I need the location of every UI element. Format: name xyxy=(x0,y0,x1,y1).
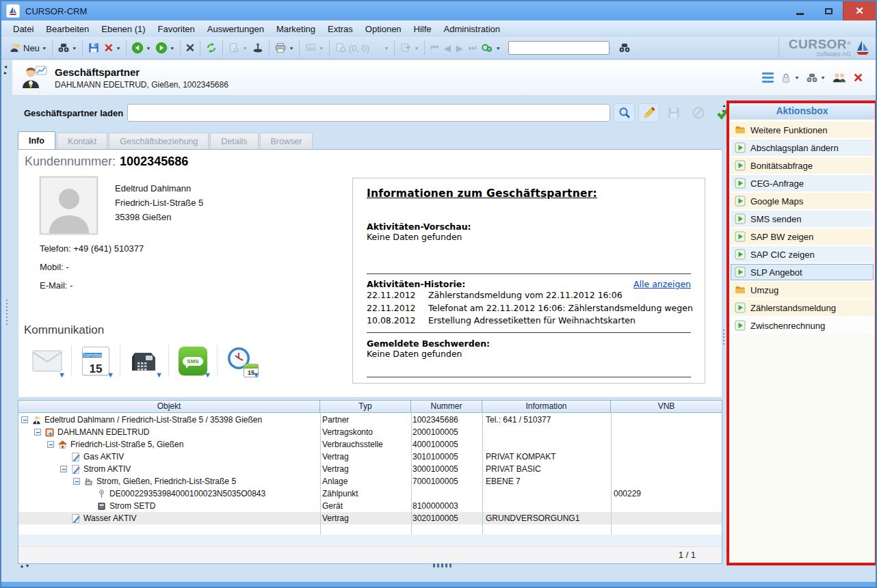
new-appointment-button[interactable]: Samstag 15 ▼ xyxy=(76,343,116,379)
table-row[interactable]: Gas AKTIV Vertrag 3010100005 PRIVAT KOMP… xyxy=(18,451,722,463)
save-record-button[interactable] xyxy=(663,103,684,122)
nav-prev-button[interactable]: ◀ xyxy=(444,43,451,53)
aktionsbox-item-sap-cic-zeigen[interactable]: SAP CIC zeigen xyxy=(731,246,874,263)
chevron-down-icon[interactable]: ▼ xyxy=(820,75,826,80)
chevron-down-icon[interactable]: ▼ xyxy=(107,371,114,379)
aktionsbox-item-abschlagsplan-aendern[interactable]: Abschlagsplan ändern xyxy=(731,139,874,156)
bottom-splitter-handle[interactable] xyxy=(433,563,451,567)
forward-button[interactable]: ▼ xyxy=(153,40,177,55)
chevron-down-icon[interactable]: ▼ xyxy=(155,371,163,379)
collapse-expander-icon[interactable] xyxy=(34,429,41,436)
menu-favoriten[interactable]: Favoriten xyxy=(152,22,201,36)
menu-bearbeiten[interactable]: Bearbeiten xyxy=(40,22,95,36)
menu-hilfe[interactable]: Hilfe xyxy=(408,22,438,36)
chevron-down-icon[interactable]: ▼ xyxy=(42,45,47,50)
aktionsbox-item-weitere-funktionen[interactable]: Weitere Funktionen xyxy=(731,122,874,138)
tab-info[interactable]: Info xyxy=(18,131,55,149)
table-row[interactable]: Edeltrud Dahlmann / Friedrich-List-Straß… xyxy=(18,414,722,426)
back-button[interactable]: ▼ xyxy=(129,40,153,55)
hamburger-menu-icon[interactable] xyxy=(762,72,774,83)
splitter-handle[interactable] xyxy=(6,299,8,325)
column-header-typ[interactable]: Typ xyxy=(320,401,411,412)
tab-details[interactable]: Details xyxy=(210,133,258,149)
aktionsbox-item-zaehlerstandsmeldung[interactable]: Zählerstandsmeldung xyxy=(731,299,874,316)
load-search-button[interactable] xyxy=(614,103,635,122)
minimize-button[interactable] xyxy=(785,1,814,21)
query-mode-button[interactable]: ▼ xyxy=(479,40,503,55)
table-row[interactable]: Friedrich-List-Straße 5, Gießen Verbrauc… xyxy=(18,438,722,451)
chevron-down-icon[interactable]: ▼ xyxy=(495,45,501,50)
phone-call-button[interactable]: ▼ xyxy=(125,343,164,379)
aktionsbox-item-ceg-anfrage[interactable]: CEG-Anfrage xyxy=(731,175,874,191)
close-view-button[interactable]: ✕ xyxy=(853,72,863,83)
menu-administration[interactable]: Administration xyxy=(438,22,506,36)
send-email-button[interactable]: ▼ xyxy=(27,343,67,379)
column-header-objekt[interactable]: Objekt xyxy=(18,401,320,412)
close-button[interactable]: ✕ xyxy=(843,1,876,21)
send-sms-button[interactable]: SMS ▼ xyxy=(173,343,213,379)
new-task-button[interactable]: 15 ▼ xyxy=(222,343,261,379)
collapse-expander-icon[interactable] xyxy=(73,478,80,485)
geschaeftspartner-laden-input[interactable] xyxy=(127,104,610,122)
save-button[interactable] xyxy=(86,40,102,55)
menu-extras[interactable]: Extras xyxy=(322,22,359,36)
aktionsbox-item-sms-senden[interactable]: SMS senden xyxy=(731,211,874,227)
toolbar-search-button[interactable]: ▼ xyxy=(55,40,79,55)
copy-record-button[interactable]: ▼ xyxy=(226,40,250,55)
table-row[interactable]: DAHLMANN EDELTRUD Vertragskonto 20001000… xyxy=(18,426,722,438)
maximize-button[interactable] xyxy=(814,1,843,21)
aktionsbox-item-umzug[interactable]: Umzug xyxy=(731,282,874,298)
chevron-down-icon[interactable]: ▼ xyxy=(252,371,260,379)
tab-browser[interactable]: Browser xyxy=(260,133,313,149)
quick-search-button[interactable] xyxy=(616,40,633,55)
refresh-button[interactable] xyxy=(203,40,220,55)
table-row[interactable]: Strom AKTIV Vertrag 3000100005 PRIVAT BA… xyxy=(18,463,722,475)
joystick-button[interactable] xyxy=(250,40,266,55)
chevron-down-icon[interactable]: ▼ xyxy=(794,75,800,80)
record-count-button[interactable]: (0, 0) ▼ xyxy=(332,40,391,55)
quick-search-input[interactable] xyxy=(508,41,610,55)
cancel-button[interactable]: ✕ xyxy=(183,42,197,55)
chevron-down-icon[interactable]: ▼ xyxy=(72,45,77,50)
delete-button[interactable]: ✕ ▼ xyxy=(102,42,123,55)
menu-datei[interactable]: Datei xyxy=(7,22,40,36)
column-header-information[interactable]: Information xyxy=(482,401,611,412)
aktionsbox-item-zwischenrechnung[interactable]: Zwischenrechnung xyxy=(731,317,874,334)
aktionsbox-splitter[interactable]: ◂▸ xyxy=(721,101,727,565)
left-splitter[interactable]: ◂▸ xyxy=(1,60,12,580)
collapse-expander-icon[interactable] xyxy=(21,416,28,423)
splitter-handle[interactable] xyxy=(723,330,724,345)
aktionsbox-item-bonitaetsabfrage[interactable]: Bonitätsabfrage xyxy=(731,157,874,174)
nav-next-button[interactable]: ▶ xyxy=(456,43,463,53)
chevron-down-icon[interactable]: ▼ xyxy=(58,371,66,379)
table-row[interactable]: Strom, Gießen, Friedrich-List-Straße 5 A… xyxy=(18,475,722,487)
print-button[interactable]: ▼ xyxy=(272,40,296,55)
aktionsbox-item-sap-bw-zeigen[interactable]: SAP BW zeigen xyxy=(731,228,874,245)
table-row[interactable]: Wasser AKTIV Vertrag 3020100005 GRUNDVER… xyxy=(18,512,722,524)
bottom-splitter-arrows[interactable]: ▴▾ xyxy=(21,563,31,569)
chevron-down-icon[interactable]: ▼ xyxy=(146,45,151,50)
column-header-nummer[interactable]: Nummer xyxy=(411,401,482,412)
nav-first-button[interactable]: ⏮ xyxy=(430,42,438,53)
new-record-button[interactable]: Neu ▼ xyxy=(7,40,49,55)
lock-button[interactable]: ▼ xyxy=(780,72,800,84)
header-search-button[interactable]: ▼ xyxy=(806,72,826,84)
chevron-down-icon[interactable]: ▼ xyxy=(116,45,121,50)
chevron-down-icon[interactable]: ▼ xyxy=(170,45,175,50)
export-button[interactable]: ▼ xyxy=(397,40,421,55)
collapse-left-icon[interactable]: ◂▸ xyxy=(1,60,12,76)
contact-persons-button[interactable] xyxy=(832,72,847,84)
discard-button[interactable] xyxy=(688,103,709,122)
aktionsbox-item-slp-angebot[interactable]: SLP Angebot xyxy=(731,264,874,280)
aktionsbox-item-google-maps[interactable]: Google Maps xyxy=(731,193,874,209)
collapse-expander-icon[interactable] xyxy=(47,441,54,448)
menu-optionen[interactable]: Optionen xyxy=(359,22,408,36)
table-row[interactable]: Strom SETD Gerät 8100000003 xyxy=(18,500,722,512)
alle-anzeigen-link[interactable]: Alle anzeigen xyxy=(633,279,691,289)
tab-kontakt[interactable]: Kontakt xyxy=(57,133,107,149)
tab-geschaeftsbeziehung[interactable]: Geschäftsbeziehung xyxy=(109,133,209,149)
collapse-expander-icon[interactable] xyxy=(60,466,67,472)
menu-auswertungen[interactable]: Auswertungen xyxy=(201,22,270,36)
column-header-vnb[interactable]: VNB xyxy=(611,401,722,412)
screen-view-button[interactable]: ▼ xyxy=(302,40,326,55)
